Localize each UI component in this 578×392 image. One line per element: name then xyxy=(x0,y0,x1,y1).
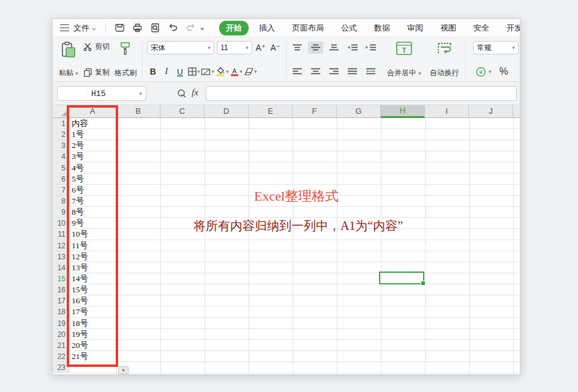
cell-column-a[interactable]: 21号 xyxy=(69,351,116,362)
shrink-font-button[interactable]: A⁻ xyxy=(269,41,282,54)
fill-color-button[interactable]: ▾ xyxy=(216,65,229,78)
cut-button[interactable]: 剪切 xyxy=(82,41,111,53)
column-header-h[interactable]: H xyxy=(381,105,425,118)
file-menu[interactable]: 文件 xyxy=(73,23,89,34)
cell-column-a[interactable]: 14号 xyxy=(69,273,116,284)
cell-column-a[interactable]: 15号 xyxy=(69,284,116,295)
print-preview-icon[interactable] xyxy=(150,23,160,33)
row-header[interactable]: 3 xyxy=(53,140,69,151)
align-top-button[interactable] xyxy=(290,42,305,54)
row-header[interactable]: 22 xyxy=(53,351,69,362)
row-header[interactable]: 23 xyxy=(53,362,69,373)
underline-button[interactable]: U xyxy=(174,65,186,78)
row-header[interactable]: 4 xyxy=(53,151,69,162)
font-size-select[interactable]: 11▾ xyxy=(217,41,252,54)
tab-formulas[interactable]: 公式 xyxy=(334,21,364,35)
row-header[interactable]: 9 xyxy=(53,207,69,218)
row-header[interactable]: 11 xyxy=(53,229,69,240)
cell-grid[interactable]: 内容1号2号3号4号5号6号7号8号9号10号11号12号13号14号15号16… xyxy=(69,118,520,374)
tab-review[interactable]: 审阅 xyxy=(400,21,430,35)
autofill-options-button[interactable]: ▼ xyxy=(118,366,129,374)
tab-data[interactable]: 数据 xyxy=(367,21,397,35)
search-function-icon[interactable] xyxy=(176,88,187,99)
shading-button[interactable]: ▾ xyxy=(201,65,214,78)
cell-column-a[interactable]: 4号 xyxy=(69,163,116,174)
align-right-button[interactable] xyxy=(326,65,342,78)
cell-column-a[interactable]: 2号 xyxy=(69,140,116,151)
cell-column-a[interactable]: 17号 xyxy=(69,306,116,317)
grow-font-button[interactable]: A⁺ xyxy=(255,41,267,54)
toolbar-more-icon[interactable] xyxy=(200,26,205,32)
row-header[interactable]: 7 xyxy=(53,185,69,196)
row-header[interactable]: 8 xyxy=(53,196,69,207)
row-header[interactable]: 12 xyxy=(53,240,69,251)
bold-button[interactable]: B xyxy=(147,65,159,78)
column-header-d[interactable]: D xyxy=(205,105,249,118)
align-middle-button[interactable] xyxy=(308,42,323,54)
formula-input[interactable] xyxy=(206,86,517,101)
cell-column-a[interactable]: 16号 xyxy=(69,295,116,306)
row-header[interactable]: 10 xyxy=(53,218,69,229)
column-header-j[interactable]: J xyxy=(469,105,513,118)
tab-page-layout[interactable]: 页面布局 xyxy=(285,21,331,35)
column-header-g[interactable]: G xyxy=(337,105,381,118)
select-all-corner[interactable] xyxy=(53,105,69,118)
cell-column-a[interactable]: 12号 xyxy=(69,251,116,262)
justify-button[interactable] xyxy=(345,65,360,78)
row-header[interactable]: 5 xyxy=(53,163,69,174)
tab-insert[interactable]: 插入 xyxy=(252,21,282,35)
fx-label[interactable]: fx xyxy=(192,87,198,98)
row-header[interactable]: 15 xyxy=(53,273,69,284)
row-header[interactable]: 21 xyxy=(53,340,69,351)
cell-column-a[interactable]: 6号 xyxy=(69,185,116,196)
tab-developer[interactable]: 开发工具 xyxy=(500,21,520,35)
cell-column-a[interactable]: 7号 xyxy=(69,196,116,207)
merge-center-button[interactable]: T 合并居中 ▾ xyxy=(385,40,424,80)
cell-column-a[interactable]: 8号 xyxy=(69,207,116,218)
column-header-e[interactable]: E xyxy=(249,105,293,118)
row-header[interactable]: 2 xyxy=(53,129,69,140)
column-header-i[interactable]: I xyxy=(425,105,469,118)
italic-button[interactable]: I xyxy=(160,65,173,78)
cell-column-a[interactable]: 9号 xyxy=(69,218,116,229)
row-header[interactable]: 13 xyxy=(53,251,69,262)
tab-view[interactable]: 视图 xyxy=(434,21,463,35)
cell-column-a[interactable]: 19号 xyxy=(69,329,116,340)
column-header-f[interactable]: F xyxy=(293,105,337,118)
tab-home[interactable]: 开始 xyxy=(219,21,249,35)
row-header[interactable]: 1 xyxy=(53,118,69,129)
cell-column-a[interactable]: 13号 xyxy=(69,262,116,273)
cell-column-a[interactable]: 10号 xyxy=(69,229,116,240)
clear-button[interactable]: ▾ xyxy=(244,65,257,78)
name-box[interactable]: H15 ▾ xyxy=(57,86,146,101)
save-icon[interactable] xyxy=(114,23,125,33)
cell-column-a[interactable]: 3号 xyxy=(69,151,116,162)
align-left-button[interactable] xyxy=(290,65,305,78)
tab-security[interactable]: 安全 xyxy=(467,21,496,35)
copy-button[interactable]: 复制 xyxy=(82,67,111,78)
row-header[interactable]: 17 xyxy=(53,295,69,306)
cell-column-a[interactable]: 11号 xyxy=(69,240,116,251)
undo-icon[interactable] xyxy=(168,23,178,33)
row-header[interactable]: 20 xyxy=(53,329,69,340)
row-header[interactable]: 19 xyxy=(53,318,69,329)
chevron-down-icon[interactable] xyxy=(91,26,97,32)
cell-column-a[interactable]: 18号 xyxy=(69,318,116,329)
currency-button[interactable]: ¥ ▾ xyxy=(475,66,493,78)
cell-column-a[interactable]: 内容 xyxy=(69,118,116,129)
print-icon[interactable] xyxy=(132,23,143,33)
row-header[interactable]: 14 xyxy=(53,262,69,273)
font-color-button[interactable]: A ▾ xyxy=(230,65,242,78)
decrease-indent-button[interactable] xyxy=(345,42,360,54)
cell-column-a[interactable]: 5号 xyxy=(69,174,116,185)
row-header[interactable]: 18 xyxy=(53,306,69,317)
font-name-select[interactable]: 宋体▾ xyxy=(147,41,214,54)
column-header-b[interactable]: B xyxy=(116,105,160,118)
row-header[interactable]: 16 xyxy=(53,284,69,295)
paste-button[interactable]: 粘贴 ▾ xyxy=(56,40,81,80)
hamburger-menu-icon[interactable] xyxy=(60,24,69,31)
percent-button[interactable]: % xyxy=(498,65,510,78)
borders-button[interactable]: ▾ xyxy=(187,65,200,78)
column-header-c[interactable]: C xyxy=(160,105,205,118)
column-header-a[interactable]: A xyxy=(69,105,116,118)
